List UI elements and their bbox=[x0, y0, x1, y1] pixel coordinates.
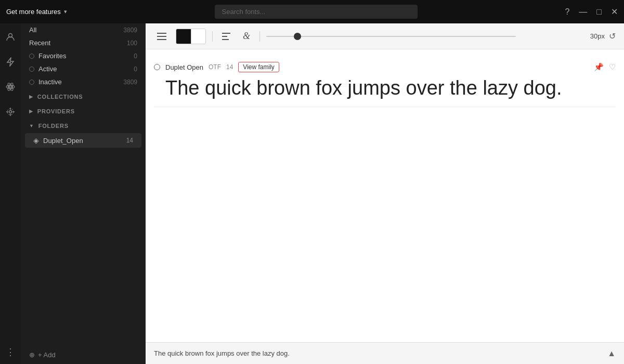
svg-rect-10 bbox=[222, 33, 230, 34]
left-panel: All 3809 Recent 100 Favorites 0 Active 0… bbox=[21, 23, 146, 364]
search-input[interactable] bbox=[215, 5, 418, 19]
font-list: Duplet Open OTF 14 View family 📌 ♡ The q… bbox=[146, 49, 624, 342]
nav-label-recent: Recent bbox=[29, 39, 50, 47]
folders-label: FOLDERS bbox=[38, 123, 69, 129]
toolbar-divider-2 bbox=[259, 31, 260, 42]
main-layout: ⋮ All 3809 Recent 100 Favorites 0 Active… bbox=[0, 23, 624, 364]
svg-rect-12 bbox=[222, 39, 229, 40]
font-count: 14 bbox=[226, 63, 233, 71]
font-size-slider-container bbox=[266, 36, 584, 37]
get-more-features-label[interactable]: Get more features bbox=[6, 8, 61, 16]
toolbar: & 30px ↺ bbox=[146, 23, 624, 49]
nav-label-favorites: Favorites bbox=[29, 52, 66, 60]
help-button[interactable]: ? bbox=[565, 8, 569, 16]
nav-circle-active bbox=[29, 67, 34, 72]
svg-rect-11 bbox=[222, 36, 227, 37]
left-panel-spacer bbox=[21, 149, 146, 346]
providers-label: PROVIDERS bbox=[37, 108, 75, 114]
folders-section-header[interactable]: ▼ FOLDERS bbox=[21, 118, 146, 132]
folder-count: 14 bbox=[126, 137, 133, 144]
nav-count-all: 3809 bbox=[123, 27, 137, 34]
svg-point-5 bbox=[9, 111, 12, 113]
font-name: Duplet Open bbox=[165, 63, 203, 71]
nav-count-recent: 100 bbox=[127, 40, 137, 47]
pin-icon[interactable]: 📌 bbox=[594, 62, 604, 72]
search-container bbox=[215, 5, 418, 19]
collections-section-header[interactable]: ▶ COLLECTIONS bbox=[21, 88, 146, 103]
bottom-preview-text: The quick brown fox jumps over the lazy … bbox=[154, 349, 290, 357]
nav-item-favorites[interactable]: Favorites 0 bbox=[21, 49, 146, 62]
view-family-button[interactable]: View family bbox=[238, 62, 279, 72]
add-button[interactable]: ⊕ + Add bbox=[21, 346, 146, 364]
folder-icon: ◈ bbox=[33, 136, 39, 145]
font-item-header: Duplet Open OTF 14 View family 📌 ♡ bbox=[154, 62, 616, 72]
nav-count-inactive: 3809 bbox=[123, 79, 137, 86]
nav-label-all: All bbox=[29, 26, 36, 34]
nav-item-active[interactable]: Active 0 bbox=[21, 62, 146, 75]
sidebar-more-icon[interactable]: ⋮ bbox=[6, 346, 15, 358]
right-panel: & 30px ↺ Duplet Open OTF 14 View family bbox=[146, 23, 624, 364]
folder-item-duplet-open[interactable]: ◈ Duplet_Open 14 bbox=[25, 133, 141, 148]
nav-circle-inactive bbox=[29, 80, 34, 85]
sidebar-icon-atom[interactable] bbox=[3, 80, 18, 94]
heart-icon[interactable]: ♡ bbox=[609, 62, 616, 72]
font-preview: The quick brown fox jumps over the lazy … bbox=[154, 76, 616, 100]
collections-label: COLLECTIONS bbox=[37, 94, 83, 100]
titlebar-left: Get more features ▾ bbox=[6, 8, 67, 16]
font-item-duplet-open: Duplet Open OTF 14 View family 📌 ♡ The q… bbox=[154, 58, 616, 107]
font-size-control: 30px ↺ bbox=[590, 31, 616, 41]
svg-rect-8 bbox=[157, 36, 166, 37]
toolbar-divider-1 bbox=[212, 31, 213, 42]
color-preview[interactable] bbox=[176, 29, 206, 44]
bottom-arrow-icon[interactable]: ▲ bbox=[607, 349, 616, 358]
svg-point-1 bbox=[9, 86, 11, 88]
folder-name: Duplet_Open bbox=[43, 137, 83, 145]
folders-chevron-icon: ▼ bbox=[29, 123, 34, 128]
svg-rect-7 bbox=[157, 33, 166, 34]
maximize-button[interactable]: □ bbox=[596, 8, 602, 16]
minimize-button[interactable]: — bbox=[579, 8, 587, 16]
nav-item-recent[interactable]: Recent 100 bbox=[21, 36, 146, 49]
add-icon: ⊕ bbox=[29, 351, 35, 359]
reset-button[interactable]: ↺ bbox=[609, 31, 616, 41]
ampersand-button[interactable]: & bbox=[240, 29, 253, 44]
icon-sidebar: ⋮ bbox=[0, 23, 21, 364]
nav-count-favorites: 0 bbox=[134, 53, 137, 60]
list-view-button[interactable] bbox=[154, 31, 170, 42]
sidebar-icon-user[interactable] bbox=[3, 30, 18, 44]
nav-label-active: Active bbox=[29, 65, 57, 73]
providers-chevron-icon: ▶ bbox=[29, 109, 33, 114]
nav-label-inactive: Inactive bbox=[29, 78, 62, 86]
titlebar-controls: ? — □ ✕ bbox=[565, 8, 618, 16]
svg-rect-9 bbox=[157, 39, 166, 40]
add-label: + Add bbox=[38, 351, 56, 359]
align-button[interactable] bbox=[219, 31, 233, 42]
font-radio bbox=[154, 64, 160, 70]
nav-item-all[interactable]: All 3809 bbox=[21, 23, 146, 36]
folder-item-left: ◈ Duplet_Open bbox=[33, 136, 83, 145]
sidebar-icon-lightning[interactable] bbox=[3, 55, 18, 69]
nav-circle-favorites bbox=[29, 54, 34, 59]
sidebar-icon-antenna[interactable] bbox=[3, 105, 18, 119]
providers-section-header[interactable]: ▶ PROVIDERS bbox=[21, 103, 146, 118]
titlebar: Get more features ▾ ? — □ ✕ bbox=[0, 0, 624, 23]
font-size-label: 30px bbox=[590, 32, 605, 40]
collections-chevron-icon: ▶ bbox=[29, 94, 33, 99]
color-black-swatch bbox=[176, 29, 191, 44]
bottom-bar: The quick brown fox jumps over the lazy … bbox=[146, 342, 624, 364]
font-type: OTF bbox=[209, 63, 221, 71]
font-size-slider[interactable] bbox=[266, 36, 516, 37]
font-actions: 📌 ♡ bbox=[594, 62, 616, 72]
close-button[interactable]: ✕ bbox=[611, 8, 618, 16]
color-white-swatch bbox=[191, 29, 205, 44]
nav-item-inactive[interactable]: Inactive 3809 bbox=[21, 75, 146, 88]
nav-count-active: 0 bbox=[134, 66, 137, 73]
get-more-features-chevron: ▾ bbox=[64, 8, 67, 15]
